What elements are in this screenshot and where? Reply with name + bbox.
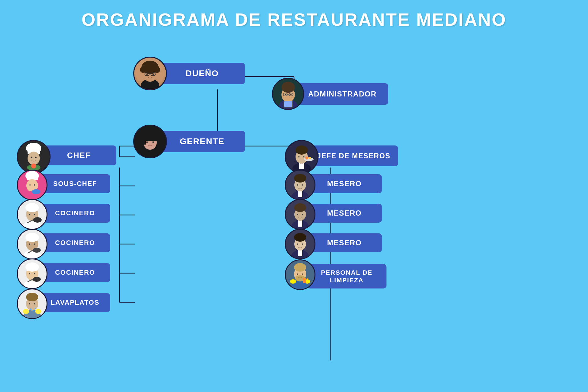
chef-box: CHEF bbox=[41, 145, 116, 165]
svg-rect-78 bbox=[27, 238, 37, 241]
jefe-meseros-box: JEFE DE MESEROS bbox=[309, 145, 398, 166]
svg-point-27 bbox=[142, 64, 148, 70]
node-cocinero3: COCINERO bbox=[17, 263, 110, 282]
node-mesero2: MESERO bbox=[285, 204, 382, 223]
svg-point-96 bbox=[30, 308, 32, 310]
node-mesero1: MESERO bbox=[285, 174, 382, 193]
cocinero1-box: COCINERO bbox=[40, 204, 110, 223]
svg-point-58 bbox=[31, 157, 32, 158]
svg-point-82 bbox=[34, 243, 35, 245]
svg-point-51 bbox=[146, 141, 148, 143]
svg-point-139 bbox=[302, 243, 303, 245]
node-administrador: ADMINISTRADOR bbox=[288, 83, 388, 105]
svg-point-137 bbox=[294, 233, 306, 242]
cocinero3-box: COCINERO bbox=[40, 263, 110, 282]
svg-point-89 bbox=[29, 273, 30, 274]
administrador-box: ADMINISTRADOR bbox=[296, 83, 388, 105]
gerente-box: GERENTE bbox=[159, 131, 245, 152]
svg-point-55 bbox=[28, 152, 40, 165]
svg-rect-146 bbox=[303, 278, 306, 283]
svg-point-99 bbox=[29, 303, 30, 304]
node-limpieza: PERSONAL DE LIMPIEZA bbox=[285, 264, 386, 288]
svg-point-59 bbox=[35, 157, 37, 158]
svg-point-112 bbox=[303, 156, 304, 157]
svg-point-130 bbox=[302, 214, 303, 215]
limpieza-box: PERSONAL DE LIMPIEZA bbox=[307, 264, 386, 288]
svg-point-148 bbox=[297, 273, 298, 275]
cocinero2-box: COCINERO bbox=[40, 233, 110, 252]
svg-rect-70 bbox=[27, 208, 37, 211]
svg-line-147 bbox=[306, 278, 308, 279]
lavaplatos-box: LAVAPLATOS bbox=[40, 293, 110, 312]
mesero1-box: MESERO bbox=[307, 174, 382, 193]
svg-rect-50 bbox=[143, 140, 146, 145]
sous-chef-box: SOUS-CHEF bbox=[40, 174, 110, 193]
svg-point-81 bbox=[29, 243, 30, 245]
svg-point-66 bbox=[34, 184, 35, 186]
svg-point-110 bbox=[309, 157, 311, 159]
svg-point-52 bbox=[153, 141, 154, 143]
svg-point-97 bbox=[33, 310, 35, 311]
svg-point-149 bbox=[302, 273, 303, 275]
svg-point-37 bbox=[281, 82, 295, 93]
svg-point-138 bbox=[297, 243, 298, 245]
svg-point-41 bbox=[285, 94, 286, 95]
svg-point-73 bbox=[29, 214, 30, 215]
svg-point-33 bbox=[153, 74, 154, 75]
svg-point-107 bbox=[296, 145, 308, 155]
svg-point-64 bbox=[32, 189, 40, 194]
svg-point-94 bbox=[23, 309, 29, 314]
org-chart: DUEÑO bbox=[0, 36, 588, 388]
node-dueno: DUEÑO bbox=[150, 63, 245, 84]
svg-point-28 bbox=[153, 64, 158, 70]
svg-point-57 bbox=[31, 164, 36, 168]
svg-point-121 bbox=[302, 184, 303, 186]
svg-point-90 bbox=[34, 273, 35, 274]
svg-point-108 bbox=[304, 157, 314, 161]
node-cocinero1: COCINERO bbox=[17, 204, 110, 223]
svg-point-142 bbox=[294, 263, 306, 272]
svg-rect-86 bbox=[27, 268, 37, 271]
node-sous-chef: SOUS-CHEF bbox=[17, 174, 110, 193]
svg-point-111 bbox=[298, 156, 300, 157]
node-mesero3: MESERO bbox=[285, 233, 382, 252]
svg-point-32 bbox=[146, 74, 148, 75]
svg-point-79 bbox=[33, 248, 41, 253]
svg-point-74 bbox=[34, 214, 35, 215]
svg-point-129 bbox=[297, 214, 298, 215]
svg-point-100 bbox=[34, 303, 35, 304]
svg-point-120 bbox=[297, 184, 298, 186]
mesero3-box: MESERO bbox=[307, 233, 382, 252]
node-chef: CHEF bbox=[17, 145, 116, 165]
node-gerente: GERENTE bbox=[150, 131, 245, 152]
node-cocinero2: COCINERO bbox=[17, 233, 110, 252]
page-title: ORGANIGRAMA DE RESTAURANTE MEDIANO bbox=[0, 0, 588, 36]
dueno-box: DUEÑO bbox=[159, 63, 245, 84]
mesero2-box: MESERO bbox=[307, 204, 382, 223]
svg-point-95 bbox=[35, 309, 41, 314]
svg-point-93 bbox=[26, 293, 38, 301]
svg-point-144 bbox=[290, 279, 296, 284]
svg-point-42 bbox=[290, 94, 292, 95]
svg-point-65 bbox=[29, 184, 31, 186]
svg-point-98 bbox=[35, 308, 36, 309]
svg-point-109 bbox=[305, 156, 308, 160]
svg-point-71 bbox=[33, 217, 42, 223]
svg-rect-44 bbox=[284, 101, 292, 107]
svg-point-128 bbox=[294, 203, 306, 212]
svg-point-119 bbox=[294, 174, 306, 183]
node-jefe-meseros: JEFE DE MESEROS bbox=[285, 145, 398, 166]
node-lavaplatos: LAVAPLATOS bbox=[17, 293, 110, 312]
svg-point-87 bbox=[33, 277, 41, 282]
